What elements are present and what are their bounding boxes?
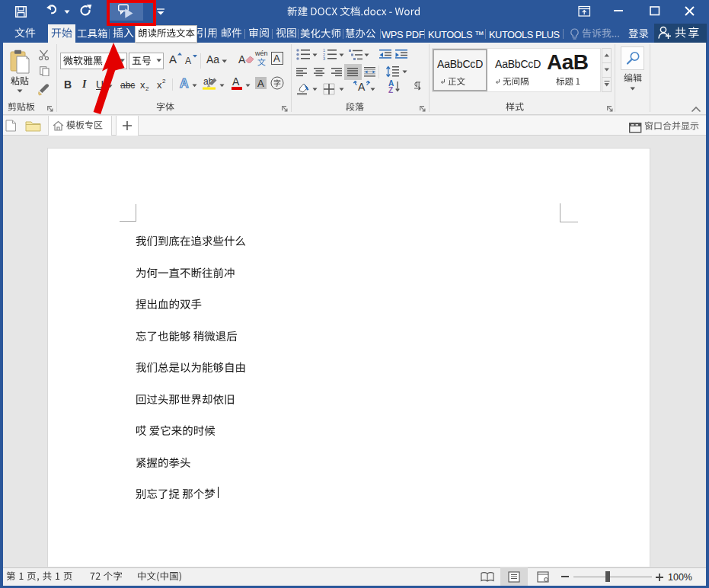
svg-text:3: 3 — [323, 56, 325, 61]
